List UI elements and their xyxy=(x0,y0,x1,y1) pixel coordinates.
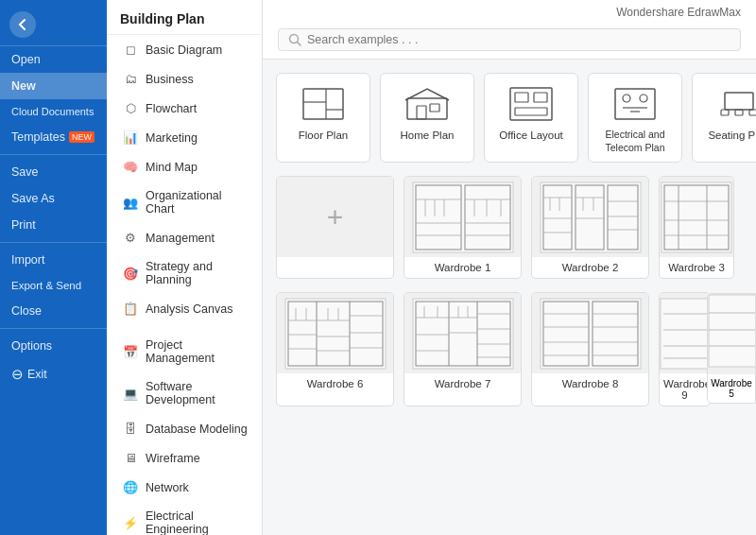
sidebar-item-options[interactable]: Options xyxy=(0,333,107,359)
cat-strategy[interactable]: 🎯Strategy and Planning xyxy=(107,252,262,294)
main-content: Wondershare EdrawMax xyxy=(263,0,756,535)
wardrobe3-thumb xyxy=(659,177,734,257)
blank-thumb: + xyxy=(276,177,394,257)
sidebar-item-export[interactable]: Export & Send xyxy=(0,273,107,298)
svg-rect-9 xyxy=(430,104,439,112)
org-icon: 👥 xyxy=(123,196,138,210)
office-layout-label: Office Layout xyxy=(499,129,563,143)
business-icon: 🗂 xyxy=(123,72,138,86)
office-layout-icon xyxy=(507,85,555,123)
cat-management[interactable]: ⚙Management xyxy=(107,223,262,252)
template-wardrobe-6[interactable]: Wardrobe 6 xyxy=(276,292,394,406)
svg-rect-57 xyxy=(541,182,641,252)
wardrobe2-thumb xyxy=(531,177,649,257)
sidebar-item-saveas[interactable]: Save As xyxy=(0,185,107,212)
svg-rect-42 xyxy=(413,182,513,252)
svg-rect-14 xyxy=(615,89,655,119)
cat-org[interactable]: 👥Organizational Chart xyxy=(107,181,262,223)
template-wardrobe-8[interactable]: Wardrobe 8 xyxy=(531,292,649,406)
template-blank[interactable]: + xyxy=(276,176,394,279)
cat-card-office-layout[interactable]: Office Layout xyxy=(484,73,578,163)
sidebar-item-new[interactable]: New xyxy=(0,73,107,99)
sidebar-item-templates[interactable]: Templates xyxy=(0,124,107,150)
wardrobe7-thumb xyxy=(404,293,522,373)
top-bar: Wondershare EdrawMax xyxy=(263,0,756,19)
sidebar-item-open[interactable]: Open xyxy=(0,46,107,73)
mindmap-icon: 🧠 xyxy=(123,160,138,174)
template-wardrobe-1[interactable]: Wardrobe 1 xyxy=(404,176,522,279)
cat-wireframe[interactable]: 🖥Wireframe xyxy=(107,443,262,473)
wardrobe3-label: Wardrobe 3 xyxy=(660,257,733,278)
electrical-telecom-label: Electrical and Telecom Plan xyxy=(596,129,674,154)
sidebar-back-area xyxy=(0,0,107,46)
template-wardrobe-7[interactable]: Wardrobe 7 xyxy=(404,292,522,406)
category-cards-row: Floor Plan Home Plan xyxy=(276,73,743,163)
svg-rect-19 xyxy=(725,93,753,110)
sidebar-item-save[interactable]: Save xyxy=(0,159,107,185)
sidebar-item-print[interactable]: Print xyxy=(0,212,107,238)
back-button[interactable] xyxy=(9,11,36,38)
svg-rect-8 xyxy=(417,106,426,119)
svg-rect-22 xyxy=(749,110,756,115)
basic-diagram-icon: ◻ xyxy=(123,43,138,57)
strategy-icon: 🎯 xyxy=(123,267,138,281)
exit-icon: ⊖ xyxy=(11,366,24,383)
category-panel: Building Plan ◻Basic Diagram 🗂Business ⬡… xyxy=(107,0,263,535)
svg-rect-3 xyxy=(303,89,343,119)
template-wardrobe-2[interactable]: Wardrobe 2 xyxy=(531,176,649,279)
sidebar-item-exit[interactable]: ⊖ Exit xyxy=(0,359,107,389)
svg-rect-13 xyxy=(515,108,547,115)
cat-business[interactable]: 🗂Business xyxy=(107,64,262,94)
svg-rect-130 xyxy=(709,295,755,367)
wardrobe9-thumb xyxy=(659,293,711,373)
sidebar-divider-1 xyxy=(0,154,107,155)
search-icon xyxy=(288,33,301,46)
templates-row-1: + xyxy=(276,176,743,279)
plus-icon: + xyxy=(327,201,344,233)
cat-analysis[interactable]: 📋Analysis Canvas xyxy=(107,294,262,323)
svg-point-15 xyxy=(623,95,630,102)
blank-label xyxy=(277,257,393,267)
template-wardrobe-3[interactable]: Wardrobe 3 xyxy=(659,176,734,279)
cat-basic-diagram[interactable]: ◻Basic Diagram xyxy=(107,35,262,64)
search-input[interactable] xyxy=(307,33,730,46)
svg-rect-73 xyxy=(662,182,731,252)
cat-software[interactable]: 💻Software Development xyxy=(107,372,262,414)
cat-project[interactable]: 📅Project Management xyxy=(107,331,262,372)
cat-card-floor-plan[interactable]: Floor Plan xyxy=(276,73,370,163)
wardrobe5-thumb xyxy=(708,294,755,374)
sidebar: Open New Cloud Documents Templates Save … xyxy=(0,0,107,535)
wardrobe8-label: Wardrobe 8 xyxy=(532,373,648,394)
sidebar-item-cloud[interactable]: Cloud Documents xyxy=(0,99,107,124)
home-plan-icon xyxy=(404,85,451,123)
cat-database[interactable]: 🗄Database Modeling xyxy=(107,414,262,443)
database-icon: 🗄 xyxy=(123,422,138,436)
network-icon: 🌐 xyxy=(123,480,138,494)
cat-card-home-plan[interactable]: Home Plan xyxy=(380,73,474,163)
cat-network[interactable]: 🌐Network xyxy=(107,473,262,502)
cat-mindmap[interactable]: 🧠Mind Map xyxy=(107,152,262,181)
templates-grid-area: Floor Plan Home Plan xyxy=(263,60,756,535)
svg-rect-114 xyxy=(541,299,641,369)
sidebar-item-import[interactable]: Import xyxy=(0,247,107,273)
svg-line-2 xyxy=(298,43,301,46)
wireframe-icon: 🖥 xyxy=(123,451,138,465)
cat-card-seating-plan[interactable]: Seating Plan xyxy=(692,73,756,163)
svg-point-16 xyxy=(640,95,647,102)
search-input-wrap xyxy=(278,28,741,51)
svg-rect-12 xyxy=(534,93,547,102)
svg-rect-7 xyxy=(407,98,447,119)
seating-plan-label: Seating Plan xyxy=(708,129,756,143)
svg-rect-80 xyxy=(285,299,386,369)
sidebar-menu: Open New Cloud Documents Templates Save … xyxy=(0,46,107,535)
seating-plan-icon xyxy=(715,85,756,123)
cat-card-electrical-telecom[interactable]: Electrical and Telecom Plan xyxy=(588,73,682,163)
cat-electrical[interactable]: ⚡Electrical Engineering xyxy=(107,502,262,535)
management-icon: ⚙ xyxy=(123,231,138,245)
floor-plan-icon xyxy=(300,85,347,123)
svg-rect-97 xyxy=(413,299,513,369)
cat-flowchart[interactable]: ⬡Flowchart xyxy=(107,94,262,123)
cat-marketing[interactable]: 📊Marketing xyxy=(107,123,262,152)
template-wardrobe-9[interactable]: Wardrobe 9 xyxy=(659,292,711,406)
sidebar-item-close[interactable]: Close xyxy=(0,298,107,324)
